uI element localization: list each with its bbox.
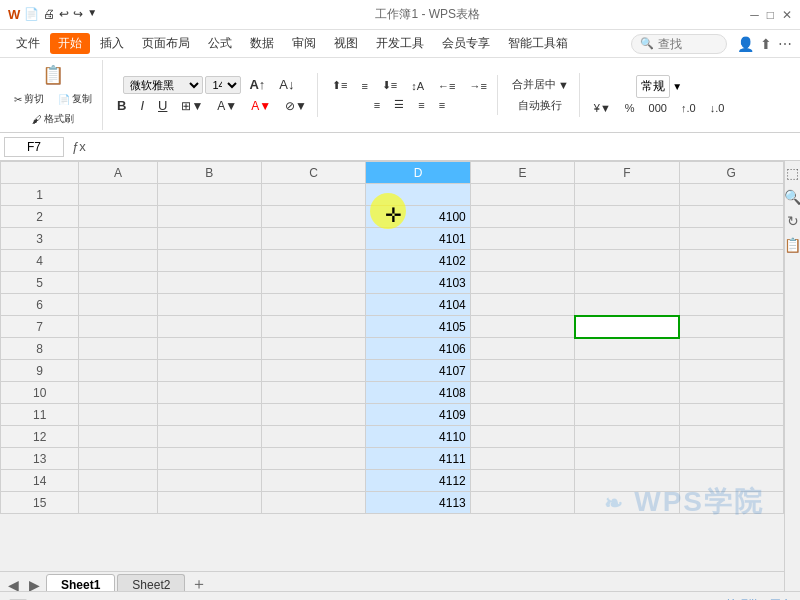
format-painter-button[interactable]: 🖌 格式刷 [26,110,80,128]
cell-b10[interactable] [157,382,261,404]
decimal-increase-button[interactable]: ↑.0 [675,100,702,116]
row-header-12[interactable]: 12 [1,426,79,448]
cell-d9[interactable]: 4107 [366,360,470,382]
cell-g6[interactable] [679,294,783,316]
cell-a11[interactable] [79,404,157,426]
cell-g7[interactable] [679,316,783,338]
undo-icon[interactable]: ↩ [59,7,69,22]
row-header-4[interactable]: 4 [1,250,79,272]
cell-e10[interactable] [470,382,574,404]
col-header-d[interactable]: D [366,162,470,184]
cell-f7[interactable] [575,316,679,338]
cell-g8[interactable] [679,338,783,360]
cell-d12[interactable]: 4110 [366,426,470,448]
cut-button[interactable]: ✂ 剪切 [8,90,50,108]
align-left-button[interactable]: ≡ [368,97,386,113]
cell-f10[interactable] [575,382,679,404]
cell-c6[interactable] [261,294,365,316]
cell-c7[interactable] [261,316,365,338]
cell-e1[interactable] [470,184,574,206]
menu-home[interactable]: 开始 [50,33,90,54]
sheet-nav-next[interactable]: ▶ [25,577,44,592]
cell-f1[interactable] [575,184,679,206]
cell-f3[interactable] [575,228,679,250]
row-header-13[interactable]: 13 [1,448,79,470]
cell-b12[interactable] [157,426,261,448]
row-header-8[interactable]: 8 [1,338,79,360]
menu-view[interactable]: 视图 [326,33,366,54]
right-panel-icon-3[interactable]: ↻ [787,213,799,229]
cell-f9[interactable] [575,360,679,382]
cell-g9[interactable] [679,360,783,382]
cell-g10[interactable] [679,382,783,404]
cell-c3[interactable] [261,228,365,250]
cell-f13[interactable] [575,448,679,470]
cell-b3[interactable] [157,228,261,250]
search-box[interactable]: 🔍 [631,34,727,54]
wrap-button[interactable]: 自动换行 [512,96,568,115]
cell-d8[interactable]: 4106 [366,338,470,360]
cell-e6[interactable] [470,294,574,316]
align-middle-button[interactable]: ≡ [355,78,373,94]
italic-button[interactable]: I [134,96,150,115]
cell-a6[interactable] [79,294,157,316]
sheet-tab-1[interactable]: Sheet1 [46,574,115,592]
cell-b15[interactable] [157,492,261,514]
cell-b4[interactable] [157,250,261,272]
menu-layout[interactable]: 页面布局 [134,33,198,54]
cell-b8[interactable] [157,338,261,360]
justify-button[interactable]: ≡ [433,97,451,113]
new-icon[interactable]: 🖨 [43,7,55,22]
cell-e11[interactable] [470,404,574,426]
cell-c8[interactable] [261,338,365,360]
font-increase-button[interactable]: A↑ [243,75,271,94]
close-button[interactable]: ✕ [782,8,792,22]
cell-d1[interactable] [366,184,470,206]
cell-g11[interactable] [679,404,783,426]
cell-g3[interactable] [679,228,783,250]
cell-a14[interactable] [79,470,157,492]
cell-b14[interactable] [157,470,261,492]
cell-g15[interactable] [679,492,783,514]
clear-button[interactable]: ⊘▼ [279,97,313,115]
cell-b9[interactable] [157,360,261,382]
align-center-button[interactable]: ☰ [388,96,410,113]
cell-e14[interactable] [470,470,574,492]
more-icon[interactable]: ⋯ [778,36,792,52]
row-header-1[interactable]: 1 [1,184,79,206]
row-header-10[interactable]: 10 [1,382,79,404]
cell-b7[interactable] [157,316,261,338]
cell-e3[interactable] [470,228,574,250]
add-sheet-button[interactable]: ＋ [187,574,211,591]
row-header-15[interactable]: 15 [1,492,79,514]
cell-f12[interactable] [575,426,679,448]
cell-e13[interactable] [470,448,574,470]
bold-button[interactable]: B [111,96,132,115]
cell-g12[interactable] [679,426,783,448]
user-icon[interactable]: 👤 [737,36,754,52]
menu-review[interactable]: 审阅 [284,33,324,54]
cell-c2[interactable] [261,206,365,228]
search-input[interactable] [658,37,718,51]
cell-d11[interactable]: 4109 [366,404,470,426]
cell-g14[interactable] [679,470,783,492]
cell-g5[interactable] [679,272,783,294]
row-header-6[interactable]: 6 [1,294,79,316]
cell-a13[interactable] [79,448,157,470]
cell-g4[interactable] [679,250,783,272]
redo-icon[interactable]: ↪ [73,7,83,22]
cell-d13[interactable]: 4111 [366,448,470,470]
cell-f5[interactable] [575,272,679,294]
cell-c15[interactable] [261,492,365,514]
formula-input[interactable] [94,138,796,156]
cell-d15[interactable]: 4113 [366,492,470,514]
cell-a10[interactable] [79,382,157,404]
font-color-button[interactable]: A▼ [245,97,277,115]
minimize-button[interactable]: ─ [750,8,759,22]
cell-c14[interactable] [261,470,365,492]
menu-tools[interactable]: 智能工具箱 [500,33,576,54]
row-header-11[interactable]: 11 [1,404,79,426]
cell-e2[interactable] [470,206,574,228]
cell-b13[interactable] [157,448,261,470]
cell-a3[interactable] [79,228,157,250]
